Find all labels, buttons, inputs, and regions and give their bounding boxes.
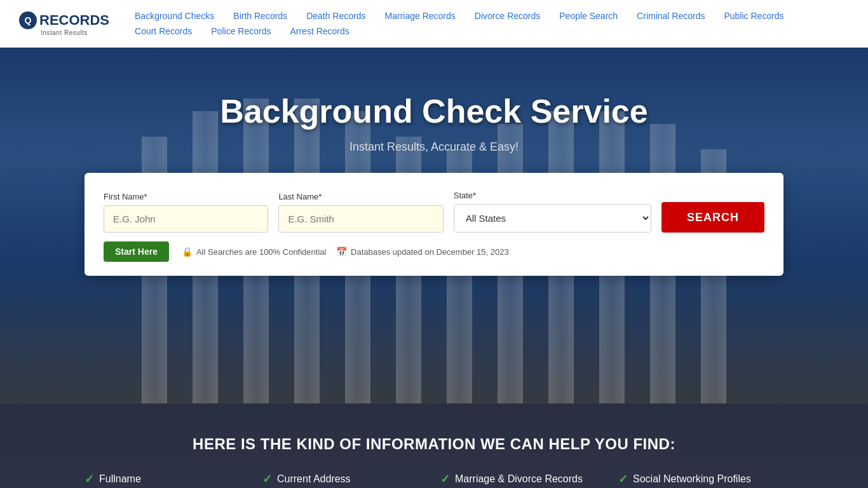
info-item-3: ✓ Social Networking Profiles — [618, 472, 783, 486]
nav-people-search[interactable]: People Search — [559, 8, 618, 24]
confidential-text: All Searches are 100% Confidential — [196, 247, 327, 257]
info-section: HERE IS THE KIND OF INFORMATION WE CAN H… — [0, 403, 868, 488]
search-footer: Start Here 🔒 All Searches are 100% Confi… — [104, 241, 764, 262]
nav-arrest-records[interactable]: Arrest Records — [290, 24, 349, 39]
check-icon-1: ✓ — [262, 472, 272, 486]
last-name-label: Last Name* — [278, 192, 443, 201]
nav-birth-records[interactable]: Birth Records — [233, 8, 287, 24]
db-update-text: Databases updated on December 15, 2023 — [351, 247, 509, 257]
nav-police-records[interactable]: Police Records — [211, 24, 271, 39]
logo-icon: Q — [19, 11, 37, 29]
logo-subtitle: Instant Results — [41, 29, 88, 36]
confidential-info: 🔒 All Searches are 100% Confidential 📅 D… — [182, 247, 509, 257]
site-header: Q RECORDS Instant Results Background Che… — [0, 0, 868, 48]
calendar-icon: 📅 — [336, 247, 347, 257]
hero-title: Background Check Service — [220, 92, 648, 130]
first-name-label: First Name* — [104, 192, 268, 201]
nav-background-checks[interactable]: Background Checks — [135, 8, 214, 24]
separator — [330, 247, 332, 257]
search-fields: First Name* Last Name* State* All States… — [104, 191, 764, 233]
hero-content: Background Check Service Instant Results… — [0, 48, 868, 276]
state-select[interactable]: All StatesAlabamaAlaskaArizonaArkansasCa… — [454, 204, 651, 233]
main-nav: Background Checks Birth Records Death Re… — [135, 8, 849, 39]
info-content: HERE IS THE KIND OF INFORMATION WE CAN H… — [38, 435, 830, 488]
info-item-0: ✓ Fullname — [85, 472, 250, 486]
last-name-input[interactable] — [278, 205, 443, 233]
info-item-label-0: Fullname — [99, 473, 141, 485]
nav-public-records[interactable]: Public Records — [724, 8, 783, 24]
info-item-1: ✓ Current Address — [262, 472, 428, 486]
check-icon-2: ✓ — [440, 472, 450, 486]
last-name-group: Last Name* — [278, 192, 443, 233]
search-box: First Name* Last Name* State* All States… — [85, 173, 783, 276]
info-item-label-3: Social Networking Profiles — [633, 473, 751, 485]
info-item-label-2: Marriage & Divorce Records — [455, 473, 583, 485]
nav-divorce-records[interactable]: Divorce Records — [475, 8, 540, 24]
nav-criminal-records[interactable]: Criminal Records — [637, 8, 705, 24]
state-group: State* All StatesAlabamaAlaskaArizonaArk… — [454, 191, 651, 233]
nav-marriage-records[interactable]: Marriage Records — [385, 8, 456, 24]
info-item-2: ✓ Marriage & Divorce Records — [440, 472, 606, 486]
info-grid: ✓ Fullname ✓ Current Address ✓ Marriage … — [85, 472, 783, 488]
logo[interactable]: Q RECORDS Instant Results — [19, 11, 109, 36]
logo-text: Q RECORDS — [19, 11, 109, 29]
check-icon-3: ✓ — [618, 472, 628, 486]
state-label: State* — [454, 191, 651, 200]
check-icon-0: ✓ — [85, 472, 94, 486]
info-item-label-1: Current Address — [277, 473, 351, 485]
first-name-group: First Name* — [104, 192, 268, 233]
nav-death-records[interactable]: Death Records — [306, 8, 365, 24]
hero-subtitle: Instant Results, Accurate & Easy! — [349, 140, 519, 154]
search-button[interactable]: SEARCH — [661, 202, 764, 233]
lock-icon: 🔒 — [182, 247, 193, 257]
hero-section: Background Check Service Instant Results… — [0, 48, 868, 403]
info-title: HERE IS THE KIND OF INFORMATION WE CAN H… — [38, 435, 830, 453]
start-here-button[interactable]: Start Here — [104, 241, 169, 262]
nav-court-records[interactable]: Court Records — [135, 24, 192, 39]
first-name-input[interactable] — [104, 205, 268, 233]
